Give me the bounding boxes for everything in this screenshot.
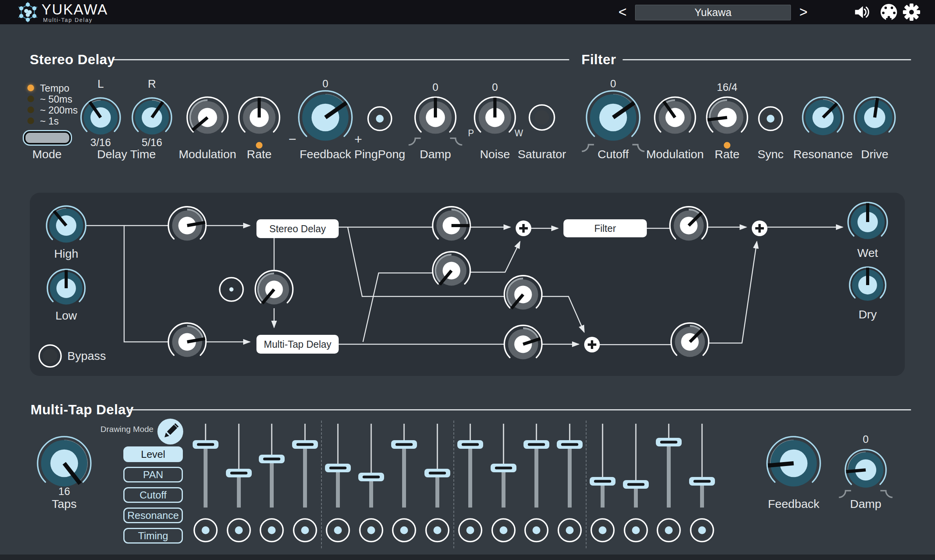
- tap-slider-handle-7[interactable]: [391, 440, 417, 449]
- tap-slider-track[interactable]: [370, 424, 372, 474]
- tap-slider-track[interactable]: [435, 476, 439, 508]
- tap-slider-track[interactable]: [668, 424, 670, 439]
- filter-title: Filter: [581, 52, 616, 67]
- tap-slider-track[interactable]: [468, 447, 472, 508]
- tap-enable-toggle-8[interactable]: [424, 517, 451, 544]
- mix-b-level-knob[interactable]: [655, 307, 724, 376]
- tap-slider-handle-12[interactable]: [557, 440, 583, 449]
- tap-slider-handle-5[interactable]: [325, 464, 351, 472]
- tap-slider-track[interactable]: [205, 424, 206, 442]
- tap-slider-handle-16[interactable]: [689, 477, 715, 486]
- tap-slider-track[interactable]: [204, 447, 208, 508]
- mode-led-Tempo[interactable]: [27, 85, 34, 91]
- tap-enable-toggle-15[interactable]: [655, 517, 682, 544]
- cross-feed-level-knob[interactable]: [240, 255, 309, 324]
- filter-drive-knob[interactable]: [839, 81, 911, 154]
- tap-enable-toggle-4[interactable]: [292, 517, 318, 544]
- send-stereo-level-knob[interactable]: [153, 191, 222, 260]
- tap-slider-track[interactable]: [404, 424, 405, 442]
- tap-slider-track[interactable]: [534, 447, 538, 508]
- tap-slider-track[interactable]: [369, 480, 373, 508]
- drawing-mode-pencil-button[interactable]: [157, 419, 183, 444]
- tap-enable-toggle-11[interactable]: [523, 517, 550, 544]
- tap-slider-handle-6[interactable]: [358, 473, 384, 481]
- tap-slider-track[interactable]: [470, 424, 471, 442]
- tap-slider-track[interactable]: [271, 424, 273, 456]
- mode-button[interactable]: [24, 131, 71, 145]
- mode-led-1s[interactable]: [27, 117, 34, 124]
- tap-slider-track[interactable]: [503, 424, 504, 465]
- tap-slider-handle-10[interactable]: [491, 464, 516, 472]
- draw-param-button-pan[interactable]: PAN: [123, 467, 183, 482]
- saturator-toggle[interactable]: [527, 103, 557, 132]
- tap-slider-track[interactable]: [338, 424, 339, 465]
- filter-out-level-knob[interactable]: [654, 191, 723, 260]
- tap-enable-toggle-13[interactable]: [589, 517, 616, 544]
- tap-slider-track[interactable]: [667, 445, 671, 508]
- draw-param-button-resonance[interactable]: Resonance: [123, 508, 183, 523]
- preset-selector[interactable]: Yukawa: [635, 5, 791, 20]
- mtd-feedback-knob[interactable]: [751, 421, 836, 506]
- mode-led-200ms[interactable]: [27, 107, 34, 113]
- tap-enable-toggle-16[interactable]: [689, 517, 715, 544]
- tap-slider-handle-3[interactable]: [259, 455, 285, 463]
- tap-slider-track[interactable]: [536, 424, 537, 442]
- bypass-toggle[interactable]: [37, 343, 63, 369]
- tap-group-separator: [453, 421, 454, 548]
- brand-logo-icon: [17, 2, 38, 23]
- filter-divider: [623, 59, 911, 60]
- tap-enable-toggle-6[interactable]: [358, 517, 384, 544]
- tap-slider-handle-2[interactable]: [226, 469, 252, 477]
- tap-slider-track[interactable]: [238, 424, 239, 470]
- pingpong-toggle[interactable]: [366, 105, 394, 133]
- tap-slider-handle-13[interactable]: [590, 477, 616, 486]
- midi-icon[interactable]: [880, 3, 898, 21]
- preset-prev-button[interactable]: <: [618, 4, 626, 20]
- tap-slider-track[interactable]: [635, 424, 636, 482]
- tap-slider-handle-14[interactable]: [623, 480, 649, 489]
- tap-slider-track[interactable]: [568, 447, 572, 508]
- tap-slider-track[interactable]: [303, 447, 307, 508]
- tap-enable-toggle-7[interactable]: [391, 517, 417, 544]
- tap-slider-track[interactable]: [634, 487, 638, 508]
- tap-enable-toggle-9[interactable]: [457, 517, 484, 544]
- tap-slider-handle-11[interactable]: [523, 440, 549, 449]
- tap-slider-track[interactable]: [700, 484, 704, 508]
- tap-slider-track[interactable]: [237, 476, 241, 508]
- tap-enable-toggle-14[interactable]: [623, 517, 649, 544]
- draw-param-button-timing[interactable]: Timing: [123, 528, 183, 544]
- tap-slider-track[interactable]: [437, 424, 438, 470]
- tap-slider-handle-9[interactable]: [457, 440, 483, 449]
- multitap-out-level-knob[interactable]: [489, 310, 558, 379]
- tap-enable-toggle-12[interactable]: [556, 517, 583, 544]
- tap-slider-handle-4[interactable]: [292, 440, 318, 449]
- preset-next-button[interactable]: >: [799, 4, 807, 20]
- tap-slider-track[interactable]: [304, 424, 305, 442]
- tap-enable-toggle-1[interactable]: [192, 517, 219, 544]
- mode-led-50ms[interactable]: [27, 96, 34, 102]
- sync-toggle[interactable]: [756, 105, 785, 133]
- draw-param-button-level[interactable]: Level: [123, 446, 183, 462]
- tap-enable-toggle-3[interactable]: [258, 517, 285, 544]
- tap-enable-toggle-5[interactable]: [325, 517, 351, 544]
- tap-slider-track[interactable]: [569, 424, 570, 442]
- tap-enable-toggle-10[interactable]: [490, 517, 517, 544]
- volume-icon[interactable]: [854, 4, 870, 20]
- tap-slider-track[interactable]: [336, 471, 340, 508]
- mode-led-label: ~ 1s: [40, 116, 59, 127]
- tap-slider-track[interactable]: [602, 424, 603, 479]
- tap-slider-handle-1[interactable]: [193, 440, 218, 449]
- tap-slider-handle-8[interactable]: [424, 469, 450, 477]
- tap-slider-track[interactable]: [502, 471, 505, 508]
- multitap-to-mix-level-knob[interactable]: [417, 236, 486, 305]
- tap-slider-track[interactable]: [701, 424, 702, 479]
- send-multitap-level-knob[interactable]: [153, 307, 222, 376]
- cross-feed-mini-toggle[interactable]: [217, 275, 245, 303]
- tap-slider-track[interactable]: [402, 447, 406, 508]
- draw-param-button-cutoff[interactable]: Cutoff: [123, 487, 183, 503]
- tap-enable-toggle-2[interactable]: [226, 517, 252, 544]
- tap-slider-track[interactable]: [270, 462, 274, 508]
- tap-slider-track[interactable]: [601, 484, 605, 508]
- tap-slider-handle-15[interactable]: [656, 438, 682, 446]
- settings-gear-icon[interactable]: [903, 3, 921, 21]
